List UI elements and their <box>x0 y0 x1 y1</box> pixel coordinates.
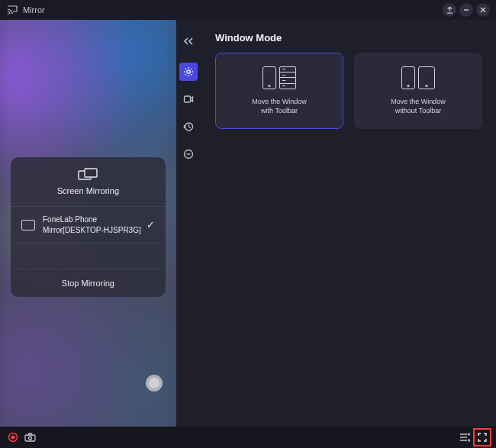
fullscreen-button[interactable] <box>473 428 491 446</box>
settings-tab[interactable] <box>179 63 198 81</box>
check-icon: ✓ <box>147 219 155 230</box>
titlebar: Mirror <box>0 0 496 20</box>
svg-point-10 <box>468 433 469 435</box>
cast-icon <box>6 4 18 16</box>
mode-without-toolbar[interactable]: Move the Window without Toolbar <box>354 53 482 129</box>
record-tab[interactable] <box>179 90 198 108</box>
svg-rect-8 <box>25 435 35 441</box>
screen-mirroring-card: Screen Mirroring FoneLab Phone Mirror[DE… <box>11 157 166 297</box>
app-title: Mirror <box>23 5 45 15</box>
card-title: Screen Mirroring <box>11 186 166 195</box>
svg-point-9 <box>28 437 31 440</box>
pin-button[interactable] <box>443 3 456 17</box>
device-name: FoneLab Phone Mirror[DESKTOP-HJSPR3G] <box>43 214 147 235</box>
record-button[interactable] <box>5 429 21 446</box>
mode-art-with-toolbar <box>262 66 296 89</box>
mode-label: Move the Window with Toolbar <box>252 97 307 115</box>
toolbar-icon <box>279 66 296 89</box>
mode-label: Move the Window without Toolbar <box>391 97 446 115</box>
content-title: Window Mode <box>215 32 482 44</box>
phone-icon <box>262 66 276 89</box>
content-panel: Window Mode Move the Window with Toolbar <box>201 20 496 427</box>
preferences-tab[interactable] <box>179 145 198 163</box>
empty-device-slot <box>11 243 166 269</box>
phone-icon-wide <box>418 66 435 89</box>
mirroring-icon <box>11 168 166 182</box>
collapse-button[interactable] <box>179 34 198 49</box>
svg-point-11 <box>468 440 469 441</box>
camera-button[interactable] <box>21 429 38 446</box>
svg-rect-3 <box>185 96 191 102</box>
svg-point-7 <box>11 436 15 440</box>
history-tab[interactable] <box>179 118 198 136</box>
svg-point-2 <box>187 70 190 73</box>
main-area: Screen Mirroring FoneLab Phone Mirror[DE… <box>0 20 496 427</box>
bottombar <box>0 427 496 448</box>
tv-icon <box>21 220 35 230</box>
mode-with-toolbar[interactable]: Move the Window with Toolbar <box>215 53 343 129</box>
mode-cards: Move the Window with Toolbar Move the Wi… <box>215 53 482 129</box>
close-button[interactable] <box>476 3 490 17</box>
device-row[interactable]: FoneLab Phone Mirror[DESKTOP-HJSPR3G] ✓ <box>11 206 166 243</box>
assistive-touch-button[interactable] <box>146 375 163 392</box>
settings-list-button[interactable] <box>456 429 473 446</box>
phone-icon <box>401 66 415 89</box>
stop-mirroring-button[interactable]: Stop Mirroring <box>11 269 166 297</box>
sidebar <box>176 20 201 427</box>
phone-preview: Screen Mirroring FoneLab Phone Mirror[DE… <box>0 20 176 427</box>
mode-art-without-toolbar <box>401 66 435 89</box>
svg-rect-1 <box>85 169 97 177</box>
minimize-button[interactable] <box>459 3 473 17</box>
